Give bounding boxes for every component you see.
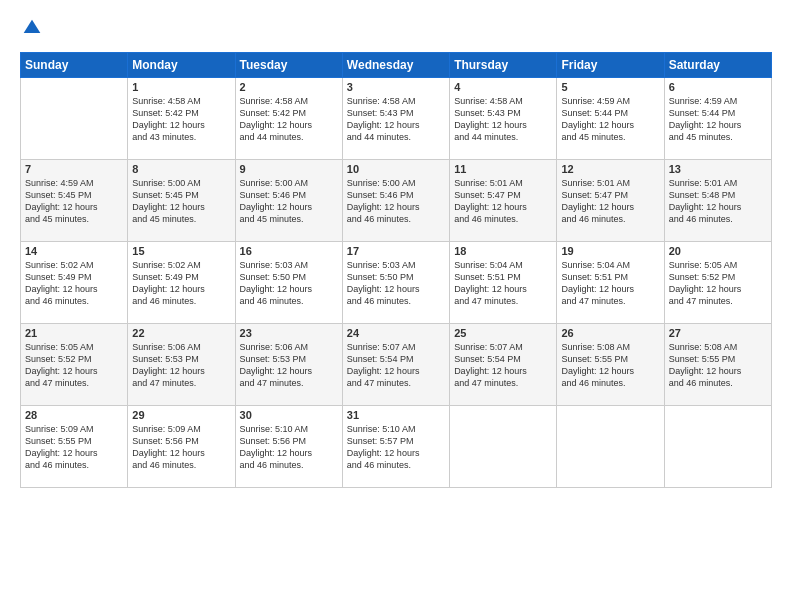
day-info: Sunrise: 4:59 AM Sunset: 5:44 PM Dayligh…	[561, 95, 659, 144]
day-number: 29	[132, 409, 230, 421]
day-number: 15	[132, 245, 230, 257]
calendar-cell: 1Sunrise: 4:58 AM Sunset: 5:42 PM Daylig…	[128, 78, 235, 160]
calendar-cell: 8Sunrise: 5:00 AM Sunset: 5:45 PM Daylig…	[128, 160, 235, 242]
calendar-cell: 31Sunrise: 5:10 AM Sunset: 5:57 PM Dayli…	[342, 406, 449, 488]
calendar-week-4: 21Sunrise: 5:05 AM Sunset: 5:52 PM Dayli…	[21, 324, 772, 406]
day-info: Sunrise: 5:03 AM Sunset: 5:50 PM Dayligh…	[240, 259, 338, 308]
day-info: Sunrise: 5:03 AM Sunset: 5:50 PM Dayligh…	[347, 259, 445, 308]
calendar-cell: 18Sunrise: 5:04 AM Sunset: 5:51 PM Dayli…	[450, 242, 557, 324]
calendar-cell: 14Sunrise: 5:02 AM Sunset: 5:49 PM Dayli…	[21, 242, 128, 324]
calendar-week-3: 14Sunrise: 5:02 AM Sunset: 5:49 PM Dayli…	[21, 242, 772, 324]
day-number: 16	[240, 245, 338, 257]
day-number: 1	[132, 81, 230, 93]
calendar-week-2: 7Sunrise: 4:59 AM Sunset: 5:45 PM Daylig…	[21, 160, 772, 242]
calendar-cell: 22Sunrise: 5:06 AM Sunset: 5:53 PM Dayli…	[128, 324, 235, 406]
calendar-week-1: 1Sunrise: 4:58 AM Sunset: 5:42 PM Daylig…	[21, 78, 772, 160]
weekday-header-thursday: Thursday	[450, 53, 557, 78]
calendar-cell: 15Sunrise: 5:02 AM Sunset: 5:49 PM Dayli…	[128, 242, 235, 324]
day-info: Sunrise: 5:08 AM Sunset: 5:55 PM Dayligh…	[561, 341, 659, 390]
svg-marker-0	[24, 20, 41, 33]
day-number: 22	[132, 327, 230, 339]
day-info: Sunrise: 5:09 AM Sunset: 5:55 PM Dayligh…	[25, 423, 123, 472]
calendar-cell	[450, 406, 557, 488]
logo	[20, 18, 42, 42]
day-info: Sunrise: 5:01 AM Sunset: 5:47 PM Dayligh…	[454, 177, 552, 226]
day-number: 20	[669, 245, 767, 257]
calendar-cell: 16Sunrise: 5:03 AM Sunset: 5:50 PM Dayli…	[235, 242, 342, 324]
calendar-cell: 3Sunrise: 4:58 AM Sunset: 5:43 PM Daylig…	[342, 78, 449, 160]
weekday-header-saturday: Saturday	[664, 53, 771, 78]
day-info: Sunrise: 5:05 AM Sunset: 5:52 PM Dayligh…	[25, 341, 123, 390]
day-number: 12	[561, 163, 659, 175]
day-info: Sunrise: 4:58 AM Sunset: 5:43 PM Dayligh…	[347, 95, 445, 144]
day-number: 5	[561, 81, 659, 93]
calendar-cell: 21Sunrise: 5:05 AM Sunset: 5:52 PM Dayli…	[21, 324, 128, 406]
day-info: Sunrise: 5:05 AM Sunset: 5:52 PM Dayligh…	[669, 259, 767, 308]
day-info: Sunrise: 5:04 AM Sunset: 5:51 PM Dayligh…	[561, 259, 659, 308]
calendar-cell: 5Sunrise: 4:59 AM Sunset: 5:44 PM Daylig…	[557, 78, 664, 160]
calendar-cell: 17Sunrise: 5:03 AM Sunset: 5:50 PM Dayli…	[342, 242, 449, 324]
weekday-header-tuesday: Tuesday	[235, 53, 342, 78]
calendar-cell: 28Sunrise: 5:09 AM Sunset: 5:55 PM Dayli…	[21, 406, 128, 488]
calendar-cell: 2Sunrise: 4:58 AM Sunset: 5:42 PM Daylig…	[235, 78, 342, 160]
day-info: Sunrise: 5:08 AM Sunset: 5:55 PM Dayligh…	[669, 341, 767, 390]
weekday-header-sunday: Sunday	[21, 53, 128, 78]
calendar-cell: 25Sunrise: 5:07 AM Sunset: 5:54 PM Dayli…	[450, 324, 557, 406]
day-info: Sunrise: 5:02 AM Sunset: 5:49 PM Dayligh…	[25, 259, 123, 308]
day-number: 3	[347, 81, 445, 93]
calendar-cell: 24Sunrise: 5:07 AM Sunset: 5:54 PM Dayli…	[342, 324, 449, 406]
day-number: 13	[669, 163, 767, 175]
page: SundayMondayTuesdayWednesdayThursdayFrid…	[0, 0, 792, 612]
day-info: Sunrise: 4:59 AM Sunset: 5:44 PM Dayligh…	[669, 95, 767, 144]
day-info: Sunrise: 5:07 AM Sunset: 5:54 PM Dayligh…	[454, 341, 552, 390]
calendar-cell: 9Sunrise: 5:00 AM Sunset: 5:46 PM Daylig…	[235, 160, 342, 242]
day-number: 11	[454, 163, 552, 175]
calendar-cell	[557, 406, 664, 488]
calendar-cell: 19Sunrise: 5:04 AM Sunset: 5:51 PM Dayli…	[557, 242, 664, 324]
day-info: Sunrise: 5:00 AM Sunset: 5:45 PM Dayligh…	[132, 177, 230, 226]
day-number: 18	[454, 245, 552, 257]
day-info: Sunrise: 5:02 AM Sunset: 5:49 PM Dayligh…	[132, 259, 230, 308]
logo-icon	[22, 18, 42, 38]
day-info: Sunrise: 4:58 AM Sunset: 5:43 PM Dayligh…	[454, 95, 552, 144]
calendar-cell: 30Sunrise: 5:10 AM Sunset: 5:56 PM Dayli…	[235, 406, 342, 488]
calendar-week-5: 28Sunrise: 5:09 AM Sunset: 5:55 PM Dayli…	[21, 406, 772, 488]
calendar-table: SundayMondayTuesdayWednesdayThursdayFrid…	[20, 52, 772, 488]
day-info: Sunrise: 4:58 AM Sunset: 5:42 PM Dayligh…	[240, 95, 338, 144]
calendar-cell: 4Sunrise: 4:58 AM Sunset: 5:43 PM Daylig…	[450, 78, 557, 160]
day-number: 4	[454, 81, 552, 93]
day-number: 27	[669, 327, 767, 339]
day-number: 8	[132, 163, 230, 175]
calendar-cell: 26Sunrise: 5:08 AM Sunset: 5:55 PM Dayli…	[557, 324, 664, 406]
day-number: 17	[347, 245, 445, 257]
weekday-header-row: SundayMondayTuesdayWednesdayThursdayFrid…	[21, 53, 772, 78]
day-number: 26	[561, 327, 659, 339]
day-number: 2	[240, 81, 338, 93]
day-number: 28	[25, 409, 123, 421]
calendar-cell: 20Sunrise: 5:05 AM Sunset: 5:52 PM Dayli…	[664, 242, 771, 324]
calendar-cell: 12Sunrise: 5:01 AM Sunset: 5:47 PM Dayli…	[557, 160, 664, 242]
day-info: Sunrise: 5:06 AM Sunset: 5:53 PM Dayligh…	[240, 341, 338, 390]
calendar-cell: 23Sunrise: 5:06 AM Sunset: 5:53 PM Dayli…	[235, 324, 342, 406]
day-info: Sunrise: 4:59 AM Sunset: 5:45 PM Dayligh…	[25, 177, 123, 226]
weekday-header-friday: Friday	[557, 53, 664, 78]
weekday-header-monday: Monday	[128, 53, 235, 78]
day-number: 14	[25, 245, 123, 257]
day-info: Sunrise: 5:10 AM Sunset: 5:56 PM Dayligh…	[240, 423, 338, 472]
day-number: 9	[240, 163, 338, 175]
day-info: Sunrise: 5:01 AM Sunset: 5:47 PM Dayligh…	[561, 177, 659, 226]
day-number: 7	[25, 163, 123, 175]
day-info: Sunrise: 5:09 AM Sunset: 5:56 PM Dayligh…	[132, 423, 230, 472]
weekday-header-wednesday: Wednesday	[342, 53, 449, 78]
calendar-cell	[664, 406, 771, 488]
day-info: Sunrise: 5:06 AM Sunset: 5:53 PM Dayligh…	[132, 341, 230, 390]
day-number: 6	[669, 81, 767, 93]
day-number: 10	[347, 163, 445, 175]
day-number: 21	[25, 327, 123, 339]
day-number: 25	[454, 327, 552, 339]
day-info: Sunrise: 5:04 AM Sunset: 5:51 PM Dayligh…	[454, 259, 552, 308]
day-info: Sunrise: 4:58 AM Sunset: 5:42 PM Dayligh…	[132, 95, 230, 144]
day-number: 24	[347, 327, 445, 339]
day-info: Sunrise: 5:01 AM Sunset: 5:48 PM Dayligh…	[669, 177, 767, 226]
day-number: 19	[561, 245, 659, 257]
